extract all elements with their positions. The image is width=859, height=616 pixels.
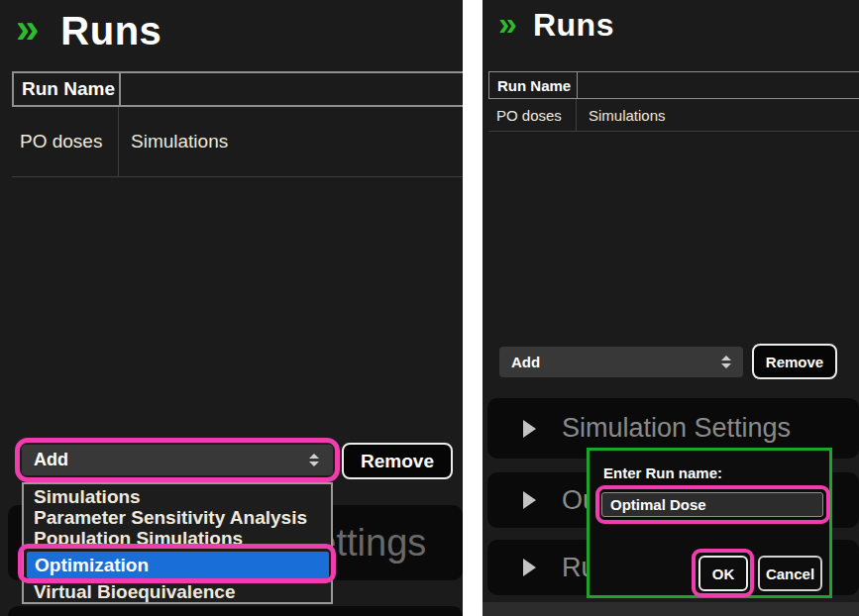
menu-item-population-simulations[interactable]: Population Simulations: [24, 528, 331, 549]
menu-item-parameter-sensitivity-analysis[interactable]: Parameter Sensitivity Analysis: [24, 507, 331, 528]
table-header-row: Run Name: [488, 71, 859, 99]
next-section-header[interactable]: [8, 606, 463, 616]
menu-item-simulations[interactable]: Simulations: [24, 486, 331, 507]
double-chevron-icon: »: [498, 4, 517, 42]
table-row[interactable]: PO doses Simulations: [488, 99, 859, 132]
dropdown-spinner-icon: [721, 356, 731, 368]
remove-button-label: Remove: [361, 451, 434, 472]
panel-bottom-strip: [483, 602, 859, 616]
cancel-button-label: Cancel: [766, 565, 814, 582]
run-name-column-header: Run Name: [14, 73, 121, 105]
section-label: Simulation Settings: [562, 413, 791, 444]
collapsed-triangle-icon: [523, 420, 536, 438]
ok-button[interactable]: OK: [698, 556, 748, 591]
dropdown-spinner-icon: [309, 454, 319, 466]
page-title: Runs: [533, 4, 614, 46]
collapsed-triangle-icon: [523, 491, 536, 509]
run-name-input[interactable]: [601, 492, 823, 517]
run-type-cell[interactable]: Simulations: [577, 107, 666, 124]
table-row[interactable]: PO doses Simulations: [12, 107, 463, 177]
dialog-prompt-label: Enter Run name:: [603, 464, 722, 481]
add-run-dropdown[interactable]: Add: [22, 445, 333, 475]
runs-header: » Runs: [498, 4, 614, 46]
page-title: Runs: [60, 6, 161, 55]
run-name-cell[interactable]: PO doses: [488, 99, 577, 131]
add-run-dropdown[interactable]: Add: [499, 347, 743, 377]
add-dropdown-value: Add: [511, 354, 540, 370]
runs-table: Run Name PO doses Simulations: [488, 71, 859, 132]
enter-run-name-dialog: Enter Run name: OK Cancel: [587, 448, 832, 598]
run-name-column-header: Run Name: [489, 72, 578, 98]
ok-button-label: OK: [712, 565, 735, 582]
runs-header: » Runs: [16, 6, 161, 55]
menu-item-virtual-bioequivalence[interactable]: Virtual Bioequivalence: [24, 581, 331, 602]
collapsed-triangle-icon: [523, 559, 536, 576]
add-run-menu: Simulations Parameter Sensitivity Analys…: [22, 482, 333, 604]
run-name-cell[interactable]: PO doses: [12, 107, 119, 176]
run-type-cell[interactable]: Simulations: [119, 131, 228, 153]
left-screenshot-panel: » Runs Run Name PO doses Simulations Sim…: [0, 0, 463, 616]
add-dropdown-value: Add: [34, 450, 68, 470]
cancel-button[interactable]: Cancel: [758, 556, 822, 591]
double-chevron-icon: »: [16, 6, 39, 51]
remove-button-label: Remove: [766, 354, 823, 370]
right-screenshot-panel: » Runs Run Name PO doses Simulations Add…: [483, 0, 859, 616]
remove-run-button[interactable]: Remove: [342, 443, 453, 479]
menu-item-optimization-selected[interactable]: Optimization: [27, 552, 329, 578]
remove-run-button[interactable]: Remove: [752, 344, 837, 379]
runs-table: Run Name PO doses Simulations: [12, 71, 463, 177]
table-header-row: Run Name: [12, 71, 463, 107]
